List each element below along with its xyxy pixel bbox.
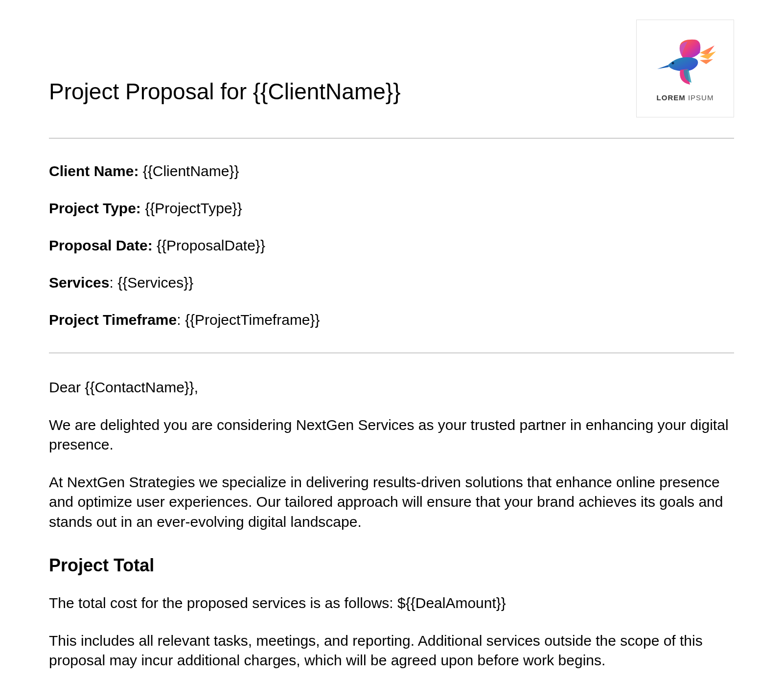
scope-note-line: This includes all relevant tasks, meetin… [49,631,734,671]
hummingbird-logo-icon [653,36,717,90]
field-label: Project Type: [49,200,145,216]
title-wrap: Project Proposal for {{ClientName}} [49,20,636,105]
field-sep: : [177,312,185,328]
field-value: {{ClientName}} [143,163,239,179]
logo-text-bold: LOREM [657,93,686,102]
logo-text: LOREM IPSUM [657,93,714,102]
total-cost-line: The total cost for the proposed services… [49,593,734,613]
field-label: Client Name: [49,163,143,179]
body-section: Dear {{ContactName}}, We are delighted y… [49,378,734,671]
fields-block: Client Name: {{ClientName}} Project Type… [49,163,734,328]
intro-paragraph-2: At NextGen Strategies we specialize in d… [49,473,734,532]
section-heading-project-total: Project Total [49,555,734,576]
logo-text-light: IPSUM [686,93,714,102]
greeting-line: Dear {{ContactName}}, [49,378,734,398]
divider-mid [49,353,734,353]
field-label: Services [49,274,109,291]
field-label: Proposal Date: [49,237,157,253]
field-value: {{ProposalDate}} [157,237,265,253]
field-services: Services: {{Services}} [49,274,734,291]
field-project-type: Project Type: {{ProjectType}} [49,200,734,217]
header-row: Project Proposal for {{ClientName}} [49,20,734,117]
divider-top [49,138,734,138]
field-value: {{Services}} [117,274,193,291]
intro-paragraph-1: We are delighted you are considering Nex… [49,415,734,455]
field-value: {{ProjectType}} [145,200,242,216]
svg-point-0 [672,62,674,64]
field-proposal-date: Proposal Date: {{ProposalDate}} [49,237,734,254]
logo-box: LOREM IPSUM [636,20,734,117]
field-client-name: Client Name: {{ClientName}} [49,163,734,180]
field-sep: : [109,274,117,291]
field-label: Project Timeframe [49,312,177,328]
field-timeframe: Project Timeframe: {{ProjectTimeframe}} [49,312,734,328]
field-value: {{ProjectTimeframe}} [185,312,320,328]
page-title: Project Proposal for {{ClientName}} [49,78,401,105]
